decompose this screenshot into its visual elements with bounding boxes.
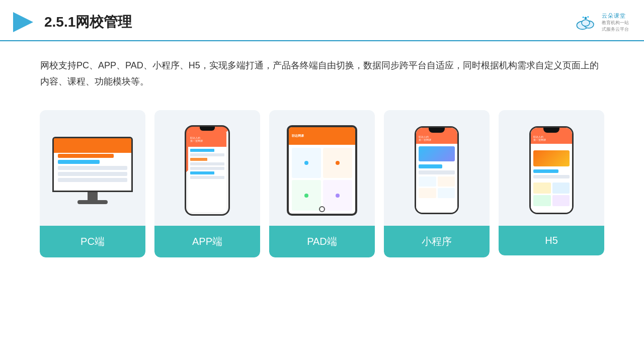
mini-phone-icon: 职达人的第一堂网课 xyxy=(415,126,459,214)
phone-notch xyxy=(200,127,215,131)
card-pad-image: 职达网课 xyxy=(269,110,375,226)
header: 2.5.1网校管理 云朵课堂 教育机构一站 式服务云平台 xyxy=(0,0,644,41)
h5-notch xyxy=(543,128,559,133)
logo-arrow-icon xyxy=(10,9,36,35)
description: 网校支持PC、APP、PAD、小程序、H5，实现多端打通，产品各终端自由切换，数… xyxy=(0,41,644,100)
tablet-card-3 xyxy=(292,180,321,211)
card-h5: 职达人的第一堂网课 H5 xyxy=(499,110,604,255)
card-app: 职达人的第一堂网课 APP端 xyxy=(154,110,260,257)
h5-phone-icon: 职达人的第一堂网课 xyxy=(529,126,574,214)
tablet-card-2 xyxy=(323,148,352,178)
mini-row-2 xyxy=(419,170,455,174)
h5-row-2 xyxy=(533,175,570,178)
page-title: 2.5.1网校管理 xyxy=(44,13,132,32)
card-pad: 职达网课 PAD端 xyxy=(269,110,375,257)
cards-container: PC端 职达人的第一堂网课 xyxy=(0,100,644,267)
mini-header-text: 职达人的第一堂网课 xyxy=(419,135,431,141)
card-pc-label: PC端 xyxy=(40,226,145,257)
mini-grid-item-1 xyxy=(419,176,436,187)
tablet-top-text: 职达网课 xyxy=(292,134,304,138)
app-phone-icon: 职达人的第一堂网课 xyxy=(185,125,230,216)
card-pc-image xyxy=(40,110,145,226)
pc-monitor-icon xyxy=(52,137,133,204)
tablet-card-4 xyxy=(323,180,352,211)
brand-slogan: 教育机构一站 式服务云平台 xyxy=(602,20,629,32)
header-left: 2.5.1网校管理 xyxy=(10,9,132,35)
h5-grid-item-1 xyxy=(533,183,551,194)
card-app-label: APP端 xyxy=(154,226,260,257)
svg-point-4 xyxy=(585,17,587,20)
card-h5-label: H5 xyxy=(499,226,604,255)
brand-info: 云朵课堂 教育机构一站 式服务云平台 xyxy=(602,12,629,32)
h5-header-text: 职达人的第一堂网课 xyxy=(533,135,546,141)
tablet-home-button xyxy=(319,206,325,212)
header-right: 云朵课堂 教育机构一站 式服务云平台 xyxy=(574,12,629,32)
mini-grid-item-4 xyxy=(438,188,455,198)
svg-point-6 xyxy=(583,17,584,18)
mini-notch xyxy=(429,128,445,133)
svg-point-3 xyxy=(582,20,590,26)
card-mini: 职达人的第一堂网课 小程序 xyxy=(384,110,490,257)
mini-grid-item-2 xyxy=(438,176,455,187)
h5-banner xyxy=(533,150,570,166)
card-pc: PC端 xyxy=(40,110,145,257)
mini-row-1 xyxy=(419,164,442,168)
mini-grid-item-3 xyxy=(419,188,436,198)
brand-cloud-icon xyxy=(574,14,598,30)
pad-tablet-icon: 职达网课 xyxy=(287,125,357,216)
description-text: 网校支持PC、APP、PAD、小程序、H5，实现多端打通，产品各终端自由切换，数… xyxy=(40,60,599,86)
card-pad-label: PAD端 xyxy=(269,226,375,257)
card-app-image: 职达人的第一堂网课 xyxy=(154,110,260,226)
app-phone-header-text: 职达人的第一堂网课 xyxy=(190,136,203,142)
brand-name: 云朵课堂 xyxy=(602,12,629,20)
svg-point-5 xyxy=(587,16,589,18)
card-h5-image: 职达人的第一堂网课 xyxy=(499,110,604,226)
card-mini-image: 职达人的第一堂网课 xyxy=(384,110,490,226)
mini-grid xyxy=(419,176,455,198)
h5-grid-item-3 xyxy=(533,195,551,206)
h5-grid xyxy=(533,183,570,206)
tablet-card-1 xyxy=(292,148,321,178)
svg-marker-0 xyxy=(13,12,33,32)
card-mini-label: 小程序 xyxy=(384,226,490,257)
h5-row-1 xyxy=(533,169,558,173)
mini-banner xyxy=(419,146,455,161)
h5-grid-item-4 xyxy=(552,195,570,206)
h5-grid-item-2 xyxy=(552,183,570,194)
